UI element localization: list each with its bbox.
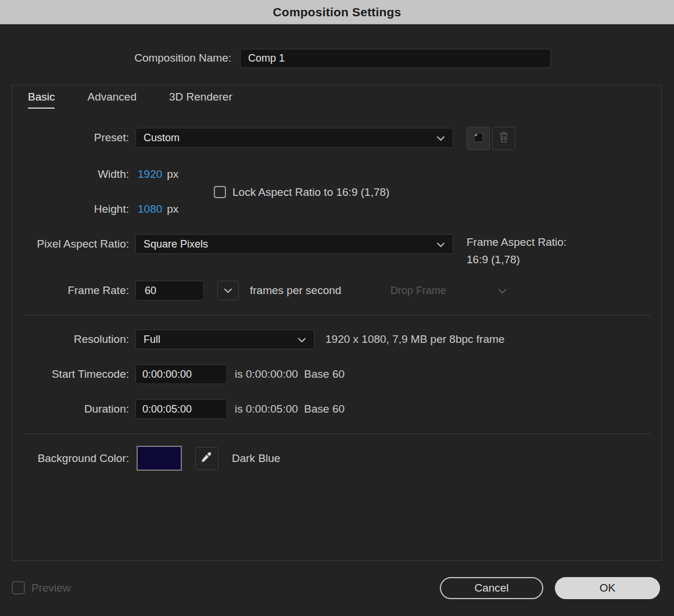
drop-frame-dropdown[interactable]: Drop Frame [382, 281, 515, 300]
frame-rate-label: Frame Rate: [0, 284, 129, 297]
duration-input[interactable] [135, 399, 227, 419]
delete-preset-button[interactable] [492, 127, 515, 150]
save-preset-icon [472, 131, 485, 146]
duration-label: Duration: [0, 403, 129, 416]
preset-value: Custom [144, 132, 180, 144]
background-color-name: Dark Blue [232, 452, 280, 465]
tab-advanced[interactable]: Advanced [87, 91, 137, 109]
tab-3d-renderer[interactable]: 3D Renderer [169, 91, 232, 109]
composition-name-label: Composition Name: [0, 52, 231, 65]
preset-label: Preset: [0, 131, 129, 144]
duration-info: is 0:00:05:00 Base 60 [235, 403, 345, 416]
resolution-dropdown[interactable]: Full [135, 330, 314, 349]
height-unit: px [167, 203, 178, 216]
start-timecode-label: Start Timecode: [0, 368, 129, 381]
chevron-down-icon [297, 334, 306, 346]
resolution-label: Resolution: [0, 333, 129, 346]
preview-checkbox[interactable] [12, 581, 25, 594]
tab-bar: Basic Advanced 3D Renderer [28, 91, 232, 109]
trash-icon [498, 131, 510, 146]
background-color-label: Background Color: [0, 452, 129, 465]
window-title: Composition Settings [273, 5, 401, 19]
chevron-down-icon [436, 238, 445, 250]
lock-aspect-label: Lock Aspect Ratio to 16:9 (1,78) [232, 186, 389, 199]
eyedropper-button[interactable] [195, 447, 218, 470]
resolution-value: Full [144, 334, 160, 346]
preset-dropdown[interactable]: Custom [135, 128, 453, 148]
chevron-down-icon [224, 285, 232, 296]
divider [23, 434, 651, 434]
drop-frame-value: Drop Frame [390, 285, 446, 297]
width-label: Width: [0, 168, 129, 181]
window-titlebar: Composition Settings [0, 0, 674, 24]
pixel-aspect-ratio-dropdown[interactable]: Square Pixels [135, 234, 453, 254]
frame-aspect-ratio-label: Frame Aspect Ratio: [467, 236, 567, 249]
height-value-row: 1080 px [138, 203, 178, 216]
tab-basic[interactable]: Basic [28, 91, 55, 109]
cancel-button-label: Cancel [474, 582, 508, 594]
chevron-down-icon [436, 132, 445, 144]
width-unit: px [167, 168, 178, 181]
pixel-aspect-ratio-label: Pixel Aspect Ratio: [0, 238, 129, 250]
save-preset-button[interactable] [467, 127, 490, 150]
eyedropper-icon [201, 452, 213, 465]
start-timecode-info: is 0:00:00:00 Base 60 [235, 368, 345, 381]
frame-rate-preset-button[interactable] [217, 281, 239, 300]
ok-button-label: OK [600, 582, 615, 594]
height-label: Height: [0, 203, 129, 216]
start-timecode-input[interactable] [135, 364, 227, 384]
lock-aspect-checkbox[interactable] [214, 186, 226, 198]
width-value-row: 1920 px [138, 168, 178, 181]
divider [23, 315, 651, 316]
background-color-swatch[interactable] [137, 446, 182, 471]
tab-content-panel [12, 85, 662, 561]
ok-button[interactable]: OK [555, 577, 660, 599]
pixel-aspect-ratio-value: Square Pixels [144, 238, 208, 250]
cancel-button[interactable]: Cancel [440, 577, 543, 599]
preview-label: Preview [31, 582, 71, 594]
resolution-info: 1920 x 1080, 7,9 MB per 8bpc frame [325, 333, 504, 346]
width-value[interactable]: 1920 [138, 168, 162, 181]
frame-rate-suffix: frames per second [250, 284, 341, 297]
frame-aspect-ratio-value: 16:9 (1,78) [467, 253, 520, 266]
frame-rate-input[interactable] [135, 281, 204, 300]
height-value[interactable]: 1080 [138, 203, 162, 216]
composition-name-input[interactable] [240, 49, 551, 68]
chevron-down-icon [498, 285, 507, 297]
